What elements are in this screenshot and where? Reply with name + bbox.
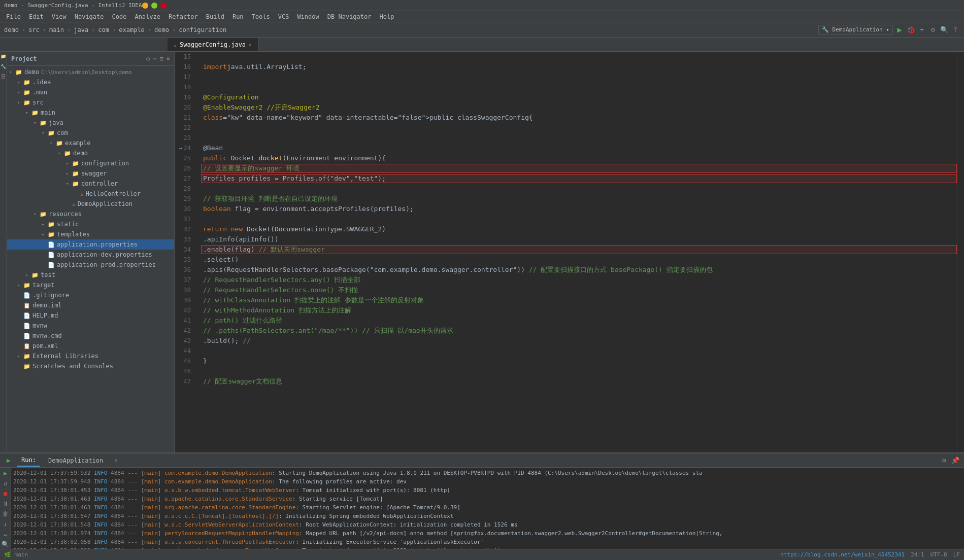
menu-build[interactable]: Build bbox=[202, 12, 228, 21]
run-close-tab[interactable]: × bbox=[111, 456, 120, 465]
tree-item[interactable]: ▸📁.mvn bbox=[7, 87, 174, 97]
tree-item[interactable]: 📄application.properties bbox=[7, 239, 174, 250]
bc-demo[interactable]: demo bbox=[4, 26, 19, 33]
menu-window[interactable]: Window bbox=[293, 12, 323, 21]
menu-edit[interactable]: Edit bbox=[25, 12, 48, 21]
menu-tools[interactable]: Tools bbox=[248, 12, 274, 21]
close-button[interactable] bbox=[160, 3, 167, 9]
bc-configuration[interactable]: configuration bbox=[179, 26, 226, 33]
run-stop-icon[interactable]: ■ bbox=[2, 490, 10, 498]
app-selector[interactable]: 🔧 DemoApplication ▾ bbox=[818, 25, 893, 34]
run-scroll-icon[interactable]: ↓ bbox=[2, 520, 10, 529]
tree-item[interactable]: ☕HelloController bbox=[7, 189, 174, 199]
run-filter-icon[interactable]: 🔍 bbox=[2, 541, 10, 549]
tree-item[interactable]: ▸📁configuration bbox=[7, 158, 174, 168]
coverage-button[interactable]: ☂ bbox=[917, 25, 926, 34]
run-play-icon[interactable]: ▶ bbox=[2, 470, 10, 478]
tree-item[interactable]: ▸📁templates bbox=[7, 229, 174, 239]
right-gutter bbox=[957, 52, 964, 452]
tree-item[interactable]: ▸📁static bbox=[7, 219, 174, 229]
tree-item[interactable]: ▾📁main bbox=[7, 108, 174, 118]
tree-item[interactable]: 📄.gitignore bbox=[7, 290, 174, 300]
maximize-button[interactable] bbox=[151, 3, 157, 9]
menu-navigate[interactable]: Navigate bbox=[71, 12, 108, 21]
run-wrap-icon[interactable]: ↵ bbox=[2, 531, 10, 539]
menu-file[interactable]: File bbox=[2, 12, 25, 21]
tree-item[interactable]: ▾📁controller bbox=[7, 179, 174, 189]
log-logger: main] org.apache.catalina.core.StandardE… bbox=[144, 504, 295, 511]
tree-item[interactable]: ▾📁src bbox=[7, 97, 174, 108]
code-text: .apiInfo(apiInfo()) bbox=[203, 234, 279, 244]
status-link[interactable]: https://blog.csdn.net/weixin_45452341 bbox=[780, 551, 905, 558]
menu-code[interactable]: Code bbox=[108, 12, 131, 21]
bc-com[interactable]: com bbox=[98, 26, 109, 33]
project-icon[interactable]: 📁 bbox=[1, 54, 7, 60]
menu-help[interactable]: Help bbox=[375, 12, 398, 21]
menu-vcs[interactable]: VCS bbox=[274, 12, 293, 21]
search-button[interactable]: 🔍 bbox=[940, 25, 949, 34]
tree-item[interactable]: ▸📁swagger bbox=[7, 168, 174, 179]
tree-item[interactable]: 📄mvnw.cmd bbox=[7, 331, 174, 341]
run-button[interactable]: ▶ bbox=[895, 25, 904, 34]
settings-button[interactable]: ⚙ bbox=[928, 25, 938, 34]
run-pause-icon[interactable]: ⏸ bbox=[2, 500, 10, 508]
tree-item[interactable]: ▾📁com bbox=[7, 128, 174, 138]
tree-item[interactable]: ▸📁External Libraries bbox=[7, 351, 174, 361]
project-close-icon[interactable]: × bbox=[167, 55, 170, 62]
tree-item[interactable]: ▾📁java bbox=[7, 118, 174, 128]
tree-item[interactable]: ▾📁example bbox=[7, 138, 174, 148]
highlight-box bbox=[201, 164, 957, 173]
tree-item[interactable]: 📄HELP.md bbox=[7, 310, 174, 321]
bc-main[interactable]: main bbox=[49, 26, 64, 33]
run-content[interactable]: 2020-12-01 17:37:59.932 INFO 4884 --- [m… bbox=[11, 468, 964, 549]
code-line: .apis(RequestHandlerSelectors.basePackag… bbox=[203, 265, 957, 275]
tree-item[interactable]: 📋demo.iml bbox=[7, 300, 174, 310]
log-pid: 4884 --- [ bbox=[111, 530, 144, 537]
tree-item[interactable]: 📁Scratches and Consoles bbox=[7, 361, 174, 371]
tab-swaggerconfig[interactable]: ☕ SwaggerConfig.java × bbox=[168, 38, 258, 51]
menu-view[interactable]: View bbox=[48, 12, 71, 21]
tree-item[interactable]: ▾📁resources bbox=[7, 209, 174, 219]
menu-run[interactable]: Run bbox=[228, 12, 248, 21]
tree-item[interactable]: ▾📁demo bbox=[7, 148, 174, 158]
run-green-button[interactable]: ▶ bbox=[4, 456, 13, 465]
tree-item[interactable]: ▾📁demoC:\Users\admin\Desktop\demo bbox=[7, 67, 174, 77]
tree-label: demo bbox=[24, 68, 39, 76]
project-options-icon[interactable]: ⚙ bbox=[146, 55, 150, 62]
tab-close-button[interactable]: × bbox=[249, 42, 252, 48]
tree-item[interactable]: 📄application-prod.properties bbox=[7, 260, 174, 270]
help-icon[interactable]: ? bbox=[951, 25, 960, 34]
tree-arrow-icon: ▸ bbox=[17, 283, 22, 288]
tree-item[interactable]: 📄application-dev.properties bbox=[7, 250, 174, 260]
run-tab-run[interactable]: Run: bbox=[17, 454, 40, 467]
bc-example[interactable]: example bbox=[119, 26, 145, 33]
project-settings-icon[interactable]: ≡ bbox=[160, 55, 163, 62]
code-content[interactable]: import java.util.ArrayList;@Configuratio… bbox=[199, 52, 957, 452]
structure-icon[interactable]: 🔧 bbox=[1, 64, 7, 70]
bc-demo2[interactable]: demo bbox=[154, 26, 169, 33]
line-number: 39 bbox=[175, 295, 195, 305]
bc-src[interactable]: src bbox=[28, 26, 40, 33]
debug-button[interactable]: 🐞 bbox=[906, 25, 915, 34]
tree-item[interactable]: ☕DemoApplication bbox=[7, 199, 174, 209]
menu-analyze[interactable]: Analyze bbox=[130, 12, 164, 21]
run-pin-icon[interactable]: 📌 bbox=[951, 456, 960, 465]
tree-item[interactable]: ▸📁.idea bbox=[7, 77, 174, 87]
bc-java[interactable]: java bbox=[74, 26, 88, 33]
tree-item[interactable]: 📄mvnw bbox=[7, 321, 174, 331]
line-number: 19 bbox=[175, 92, 195, 102]
properties-file-icon: 📄 bbox=[48, 252, 55, 258]
tree-item[interactable]: ▸📁target bbox=[7, 280, 174, 290]
folder-icon: 📁 bbox=[56, 140, 63, 147]
db-icon[interactable]: 🗄 bbox=[1, 74, 7, 80]
run-tab-demoapplication[interactable]: DemoApplication bbox=[44, 455, 107, 466]
run-settings-icon[interactable]: ⚙ bbox=[940, 456, 949, 465]
project-collapse-icon[interactable]: — bbox=[153, 55, 156, 62]
tree-item[interactable]: ▸📁test bbox=[7, 270, 174, 280]
minimize-button[interactable] bbox=[142, 3, 148, 9]
menu-refactor[interactable]: Refactor bbox=[164, 12, 202, 21]
tree-item[interactable]: 📋pom.xml bbox=[7, 341, 174, 351]
run-clear-icon[interactable]: 🗑 bbox=[2, 510, 10, 518]
run-reload-icon[interactable]: ↺ bbox=[2, 480, 10, 488]
menu-db-navigator[interactable]: DB Navigator bbox=[323, 12, 376, 21]
